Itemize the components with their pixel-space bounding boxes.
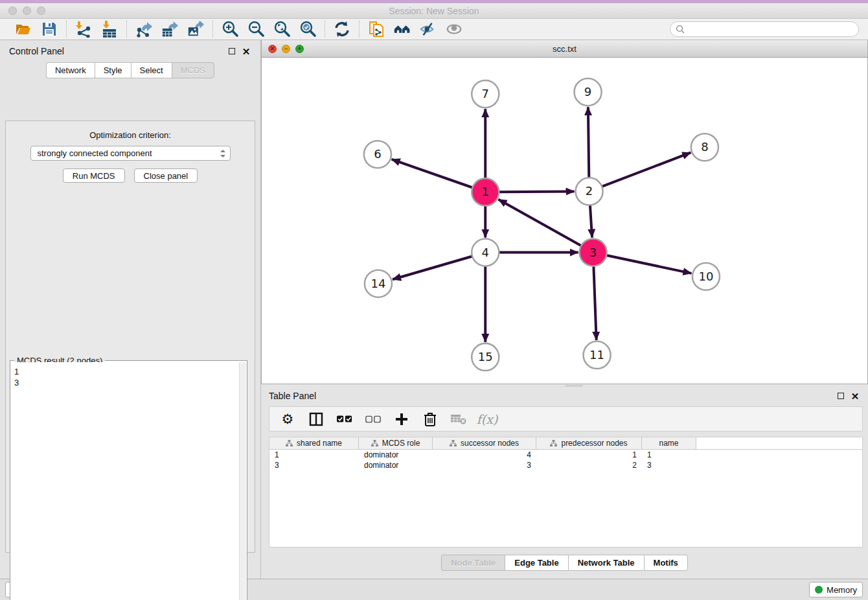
graph-edge-2-3[interactable] [590,205,592,237]
graph-node-7[interactable]: 7 [472,80,499,108]
open-session-icon[interactable] [15,21,32,38]
graph-node-1[interactable]: 1 [472,178,499,205]
graph-edge-2-9[interactable] [588,107,589,178]
table-panel-title: Table Panel [269,391,316,401]
graph-edge-1-2[interactable] [499,192,574,192]
close-panel-button[interactable]: Close panel [134,168,198,183]
search-input[interactable] [689,25,853,34]
network-graph[interactable]: 7968124314101511 [262,58,867,384]
network-frame-titlebar[interactable]: scc.txt ✕ − + [262,40,867,58]
float-table-panel-icon[interactable] [836,391,846,401]
cell-shared-name[interactable]: 3 [269,460,359,470]
cell-successor-nodes[interactable]: 3 [433,460,536,470]
tab-motifs[interactable]: Motifs [644,555,688,571]
memory-button[interactable]: Memory [809,582,863,597]
result-scrollbar[interactable] [239,362,246,600]
column-header-predecessor-nodes[interactable]: predecessor nodes [536,437,642,449]
splitter-handle[interactable] [565,385,583,387]
column-header-shared-name[interactable]: shared name [269,437,359,449]
attribute-icon [286,440,293,447]
zoom-out-icon[interactable] [247,21,264,38]
float-panel-icon[interactable] [227,46,237,56]
table-settings-icon[interactable]: ⚙ [280,411,295,427]
graph-node-11[interactable]: 11 [584,341,611,369]
graph-edge-1-6[interactable] [392,159,473,188]
export-network-icon[interactable] [135,21,152,38]
tab-network-table[interactable]: Network Table [568,555,644,571]
graph-edge-3-1[interactable] [498,200,581,246]
optimization-criterion-dropdown[interactable]: strongly connected component [30,146,231,161]
export-table-icon[interactable] [161,21,178,38]
frame-maximize-button[interactable]: + [295,45,304,53]
refresh-icon[interactable] [334,21,350,38]
first-neighbors-icon[interactable] [394,21,411,38]
tab-style[interactable]: Style [95,62,131,78]
graph-edge-2-8[interactable] [602,152,691,186]
column-visibility-icon[interactable] [308,411,324,427]
zoom-in-icon[interactable] [222,21,238,38]
delete-column-icon[interactable] [422,411,438,427]
zoom-selected-icon[interactable] [299,21,316,38]
column-header-mcds-role[interactable]: MCDS role [359,437,433,449]
tab-mcds[interactable]: MCDS [172,62,214,78]
import-table-icon[interactable] [101,21,118,38]
cell-name[interactable]: 3 [642,460,696,470]
network-canvas[interactable]: 7968124314101511 [262,58,867,384]
tab-edge-table[interactable]: Edge Table [505,555,567,571]
cell-mcds-role[interactable]: dominator [359,450,433,460]
close-table-panel-icon[interactable]: ✕ [850,391,860,401]
cell-predecessor-nodes[interactable]: 1 [536,450,642,460]
new-network-from-selection-icon[interactable] [368,21,385,38]
deselect-all-checks-icon[interactable] [365,411,381,427]
function-builder-icon[interactable]: f(x) [479,411,495,427]
import-network-icon[interactable] [75,21,92,38]
mcds-result-list[interactable]: 1 3 [12,362,238,600]
cell-predecessor-nodes[interactable]: 2 [536,460,642,470]
hide-selection-icon[interactable] [420,21,437,38]
graph-edge-4-14[interactable] [393,257,472,280]
graph-node-9[interactable]: 9 [575,78,602,106]
run-mcds-button[interactable]: Run MCDS [63,168,125,183]
dropdown-selected-value: strongly connected component [38,148,220,158]
table-row[interactable]: 1 dominator 4 1 1 [269,450,862,460]
graph-node-label: 7 [482,87,489,100]
graph-node-label: 14 [371,277,385,290]
delete-table-icon[interactable] [451,411,466,427]
graph-node-10[interactable]: 10 [692,263,720,290]
frame-close-button[interactable]: ✕ [268,45,277,53]
graph-node-4[interactable]: 4 [472,239,499,266]
graph-node-15[interactable]: 15 [472,343,499,371]
show-all-icon[interactable] [446,21,463,38]
save-session-icon[interactable] [41,21,58,38]
tab-node-table[interactable]: Node Table [441,555,505,571]
tab-select[interactable]: Select [131,62,172,78]
select-all-checks-icon[interactable] [337,411,352,427]
cell-name[interactable]: 1 [642,450,696,460]
zoom-fit-icon[interactable] [273,21,290,38]
search-field[interactable] [670,21,859,37]
export-image-icon[interactable] [187,21,204,38]
tab-network[interactable]: Network [46,62,95,78]
graph-edge-3-10[interactable] [606,255,691,273]
graph-node-2[interactable]: 2 [576,178,603,205]
graph-node-label: 8 [701,140,708,154]
search-icon [676,25,685,34]
graph-node-3[interactable]: 3 [580,239,607,266]
graph-node-14[interactable]: 14 [365,270,392,297]
column-label: MCDS role [382,439,420,448]
table-row[interactable]: 3 dominator 3 2 3 [269,460,862,470]
splitter-horizontal[interactable] [261,384,868,387]
table-body-empty [269,470,862,547]
table-tabs: Node Table Edge Table Network Table Moti… [261,548,868,579]
graph-node-6[interactable]: 6 [364,141,391,168]
column-header-successor-nodes[interactable]: successor nodes [433,437,536,449]
add-column-icon[interactable] [394,411,409,427]
frame-minimize-button[interactable]: − [282,45,290,53]
close-panel-icon[interactable]: ✕ [241,46,251,56]
graph-node-8[interactable]: 8 [691,133,718,161]
cell-mcds-role[interactable]: dominator [359,460,433,470]
cell-shared-name[interactable]: 1 [269,450,359,460]
column-header-name[interactable]: name [642,437,696,449]
cell-successor-nodes[interactable]: 4 [433,450,536,460]
graph-edge-3-11[interactable] [593,266,596,340]
